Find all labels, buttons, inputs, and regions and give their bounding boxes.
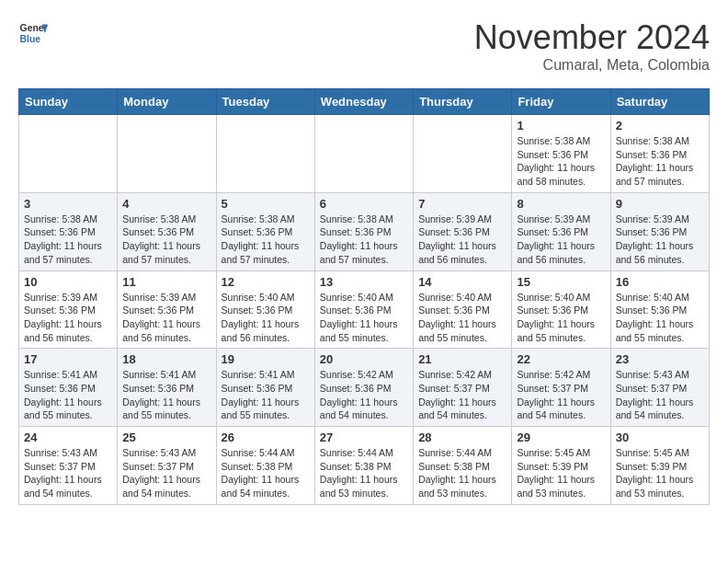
day-number: 13	[320, 275, 408, 289]
calendar-cell: 7Sunrise: 5:39 AM Sunset: 5:36 PM Daylig…	[414, 192, 512, 270]
calendar-cell: 18Sunrise: 5:41 AM Sunset: 5:36 PM Dayli…	[118, 349, 216, 427]
day-number: 18	[122, 352, 210, 366]
calendar-cell: 30Sunrise: 5:45 AM Sunset: 5:39 PM Dayli…	[610, 427, 709, 505]
calendar-cell	[118, 115, 216, 193]
calendar-cell: 27Sunrise: 5:44 AM Sunset: 5:38 PM Dayli…	[314, 427, 413, 505]
day-number: 28	[418, 431, 506, 444]
logo: General Blue	[18, 18, 48, 48]
day-info: Sunrise: 5:43 AM Sunset: 5:37 PM Dayligh…	[616, 368, 704, 422]
day-info: Sunrise: 5:39 AM Sunset: 5:36 PM Dayligh…	[616, 213, 704, 267]
day-info: Sunrise: 5:43 AM Sunset: 5:37 PM Dayligh…	[24, 446, 112, 500]
day-info: Sunrise: 5:44 AM Sunset: 5:38 PM Dayligh…	[418, 446, 506, 500]
day-info: Sunrise: 5:40 AM Sunset: 5:36 PM Dayligh…	[418, 291, 506, 345]
calendar-cell	[414, 115, 512, 193]
day-number: 22	[517, 352, 605, 366]
day-info: Sunrise: 5:41 AM Sunset: 5:36 PM Dayligh…	[122, 368, 210, 422]
day-info: Sunrise: 5:38 AM Sunset: 5:36 PM Dayligh…	[320, 213, 408, 267]
day-info: Sunrise: 5:38 AM Sunset: 5:36 PM Dayligh…	[616, 134, 704, 189]
day-number: 5	[222, 197, 310, 211]
calendar-cell: 2Sunrise: 5:38 AM Sunset: 5:36 PM Daylig…	[610, 115, 709, 193]
day-info: Sunrise: 5:45 AM Sunset: 5:39 PM Dayligh…	[616, 446, 704, 500]
calendar-cell: 17Sunrise: 5:41 AM Sunset: 5:36 PM Dayli…	[19, 349, 118, 427]
calendar-cell: 3Sunrise: 5:38 AM Sunset: 5:36 PM Daylig…	[19, 192, 118, 270]
day-info: Sunrise: 5:44 AM Sunset: 5:38 PM Dayligh…	[320, 446, 408, 500]
day-number: 27	[320, 431, 408, 444]
day-number: 6	[320, 197, 408, 211]
day-number: 16	[616, 275, 704, 289]
day-info: Sunrise: 5:41 AM Sunset: 5:36 PM Dayligh…	[222, 368, 310, 422]
calendar-cell: 1Sunrise: 5:38 AM Sunset: 5:36 PM Daylig…	[512, 115, 610, 193]
calendar-cell: 22Sunrise: 5:42 AM Sunset: 5:37 PM Dayli…	[512, 349, 610, 427]
svg-text:Blue: Blue	[20, 34, 41, 44]
day-info: Sunrise: 5:40 AM Sunset: 5:36 PM Dayligh…	[616, 291, 704, 345]
calendar-cell: 23Sunrise: 5:43 AM Sunset: 5:37 PM Dayli…	[610, 349, 709, 427]
day-info: Sunrise: 5:38 AM Sunset: 5:36 PM Dayligh…	[222, 213, 310, 267]
calendar-cell: 6Sunrise: 5:38 AM Sunset: 5:36 PM Daylig…	[314, 192, 413, 270]
day-info: Sunrise: 5:40 AM Sunset: 5:36 PM Dayligh…	[222, 291, 310, 345]
day-number: 26	[222, 431, 310, 444]
weekday-header-monday: Monday	[118, 89, 216, 115]
day-number: 1	[517, 119, 605, 132]
day-number: 14	[418, 275, 506, 289]
day-info: Sunrise: 5:38 AM Sunset: 5:36 PM Dayligh…	[122, 213, 210, 267]
day-info: Sunrise: 5:38 AM Sunset: 5:36 PM Dayligh…	[517, 134, 605, 189]
calendar-cell: 11Sunrise: 5:39 AM Sunset: 5:36 PM Dayli…	[118, 270, 216, 349]
calendar-cell: 29Sunrise: 5:45 AM Sunset: 5:39 PM Dayli…	[512, 427, 610, 505]
day-info: Sunrise: 5:39 AM Sunset: 5:36 PM Dayligh…	[24, 291, 112, 345]
calendar-cell: 24Sunrise: 5:43 AM Sunset: 5:37 PM Dayli…	[19, 427, 118, 505]
day-info: Sunrise: 5:39 AM Sunset: 5:36 PM Dayligh…	[122, 291, 210, 345]
calendar-cell	[314, 115, 413, 193]
title-block: November 2024 Cumaral, Meta, Colombia	[474, 18, 710, 74]
day-info: Sunrise: 5:42 AM Sunset: 5:36 PM Dayligh…	[320, 368, 408, 422]
day-number: 21	[418, 352, 506, 366]
location-subtitle: Cumaral, Meta, Colombia	[474, 57, 710, 74]
weekday-header-sunday: Sunday	[19, 89, 118, 115]
day-number: 11	[122, 275, 210, 289]
calendar-cell: 8Sunrise: 5:39 AM Sunset: 5:36 PM Daylig…	[512, 192, 610, 270]
weekday-header-thursday: Thursday	[414, 89, 512, 115]
weekday-header-friday: Friday	[512, 89, 610, 115]
calendar-cell: 28Sunrise: 5:44 AM Sunset: 5:38 PM Dayli…	[414, 427, 512, 505]
calendar-cell: 5Sunrise: 5:38 AM Sunset: 5:36 PM Daylig…	[216, 192, 314, 270]
day-info: Sunrise: 5:42 AM Sunset: 5:37 PM Dayligh…	[418, 368, 506, 422]
day-info: Sunrise: 5:41 AM Sunset: 5:36 PM Dayligh…	[24, 368, 112, 422]
day-number: 19	[222, 352, 310, 366]
calendar-cell: 12Sunrise: 5:40 AM Sunset: 5:36 PM Dayli…	[216, 270, 314, 349]
page-header: General Blue November 2024 Cumaral, Meta…	[18, 18, 710, 74]
day-number: 3	[24, 197, 112, 211]
calendar-cell	[216, 115, 314, 193]
day-number: 8	[517, 197, 605, 211]
calendar-cell: 16Sunrise: 5:40 AM Sunset: 5:36 PM Dayli…	[610, 270, 709, 349]
day-number: 9	[616, 197, 704, 211]
day-number: 25	[122, 431, 210, 444]
logo-icon: General Blue	[18, 18, 48, 48]
day-info: Sunrise: 5:39 AM Sunset: 5:36 PM Dayligh…	[517, 213, 605, 267]
day-number: 30	[616, 431, 704, 444]
calendar-cell	[19, 115, 118, 193]
day-number: 4	[122, 197, 210, 211]
day-info: Sunrise: 5:43 AM Sunset: 5:37 PM Dayligh…	[122, 446, 210, 500]
weekday-header-saturday: Saturday	[610, 89, 709, 115]
day-number: 10	[24, 275, 112, 289]
day-info: Sunrise: 5:40 AM Sunset: 5:36 PM Dayligh…	[320, 291, 408, 345]
calendar-cell: 21Sunrise: 5:42 AM Sunset: 5:37 PM Dayli…	[414, 349, 512, 427]
day-number: 15	[517, 275, 605, 289]
calendar-cell: 19Sunrise: 5:41 AM Sunset: 5:36 PM Dayli…	[216, 349, 314, 427]
day-number: 29	[517, 431, 605, 444]
calendar-cell: 26Sunrise: 5:44 AM Sunset: 5:38 PM Dayli…	[216, 427, 314, 505]
calendar-table: SundayMondayTuesdayWednesdayThursdayFrid…	[18, 88, 710, 505]
day-info: Sunrise: 5:42 AM Sunset: 5:37 PM Dayligh…	[517, 368, 605, 422]
day-number: 12	[222, 275, 310, 289]
calendar-cell: 4Sunrise: 5:38 AM Sunset: 5:36 PM Daylig…	[118, 192, 216, 270]
calendar-cell: 13Sunrise: 5:40 AM Sunset: 5:36 PM Dayli…	[314, 270, 413, 349]
weekday-header-wednesday: Wednesday	[314, 89, 413, 115]
day-info: Sunrise: 5:40 AM Sunset: 5:36 PM Dayligh…	[517, 291, 605, 345]
calendar-cell: 20Sunrise: 5:42 AM Sunset: 5:36 PM Dayli…	[314, 349, 413, 427]
day-info: Sunrise: 5:44 AM Sunset: 5:38 PM Dayligh…	[222, 446, 310, 500]
calendar-cell: 14Sunrise: 5:40 AM Sunset: 5:36 PM Dayli…	[414, 270, 512, 349]
calendar-cell: 15Sunrise: 5:40 AM Sunset: 5:36 PM Dayli…	[512, 270, 610, 349]
day-number: 17	[24, 352, 112, 366]
day-number: 24	[24, 431, 112, 444]
day-number: 7	[418, 197, 506, 211]
calendar-cell: 10Sunrise: 5:39 AM Sunset: 5:36 PM Dayli…	[19, 270, 118, 349]
